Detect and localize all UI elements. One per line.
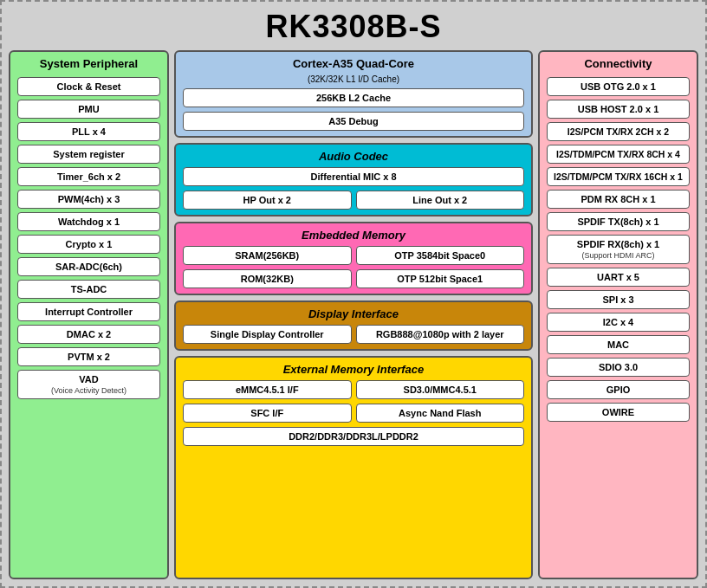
right-panel-title: Connectivity xyxy=(584,57,652,70)
cpu-subtitle: (32K/32K L1 I/D Cache) xyxy=(308,74,399,84)
ext-sd: SD3.0/MMC4.5.1 xyxy=(356,380,525,399)
memory-section: Embedded Memory SRAM(256KB) OTP 3584bit … xyxy=(174,222,533,295)
page-title: RK3308B-S xyxy=(265,9,441,45)
conn-i2s-8ch: I2S/TDM/PCM TX/RX 8CH x 4 xyxy=(547,145,690,164)
conn-mac: MAC xyxy=(547,335,690,354)
item-dmac: DMAC x 2 xyxy=(17,325,160,344)
conn-sdio: SDIO 3.0 xyxy=(547,358,690,377)
cpu-title: Cortex-A35 Quad-Core xyxy=(293,57,414,70)
conn-i2s-2ch: I2S/PCM TX/RX 2CH x 2 xyxy=(547,122,690,141)
ext-memory-title: External Memory Interface xyxy=(283,363,425,376)
item-crypto: Crypto x 1 xyxy=(17,235,160,254)
display-row: Single Display Controller RGB888@1080p w… xyxy=(183,325,524,344)
conn-i2c: I2C x 4 xyxy=(547,313,690,332)
conn-usb-otg: USB OTG 2.0 x 1 xyxy=(547,77,690,96)
conn-spi: SPI x 3 xyxy=(547,290,690,309)
item-watchdog: Watchdog x 1 xyxy=(17,212,160,231)
item-sar-adc: SAR-ADC(6ch) xyxy=(17,257,160,276)
conn-spdif-rx: SPDIF RX(8ch) x 1 (Support HDMI ARC) xyxy=(547,235,690,264)
main-container: RK3308B-S System Peripheral Clock & Rese… xyxy=(0,0,707,588)
content-row: System Peripheral Clock & Reset PMU PLL … xyxy=(9,50,698,579)
memory-row1: SRAM(256KB) OTP 3584bit Space0 xyxy=(183,246,524,265)
ext-memory-row1: eMMC4.5.1 I/F SD3.0/MMC4.5.1 xyxy=(183,380,524,399)
conn-owire: OWIRE xyxy=(547,403,690,422)
left-panel: System Peripheral Clock & Reset PMU PLL … xyxy=(9,50,169,579)
item-interrupt: Interrupt Controller xyxy=(17,302,160,321)
audio-line: Line Out x 2 xyxy=(356,191,525,210)
memory-sram: SRAM(256KB) xyxy=(183,246,352,265)
audio-out-row: HP Out x 2 Line Out x 2 xyxy=(183,191,524,210)
memory-rom: ROM(32KB) xyxy=(183,269,352,288)
conn-pdm: PDM RX 8CH x 1 xyxy=(547,190,690,209)
memory-otp2: OTP 512bit Space1 xyxy=(356,269,525,288)
item-pmu: PMU xyxy=(17,100,160,119)
audio-section: Audio Codec Differential MIC x 8 HP Out … xyxy=(174,143,533,216)
item-pwm: PWM(4ch) x 3 xyxy=(17,190,160,209)
audio-mic: Differential MIC x 8 xyxy=(183,167,524,186)
ext-sfc: SFC I/F xyxy=(183,404,352,423)
conn-usb-host: USB HOST 2.0 x 1 xyxy=(547,100,690,119)
center-panel: Cortex-A35 Quad-Core (32K/32K L1 I/D Cac… xyxy=(174,50,533,579)
ext-nand: Async Nand Flash xyxy=(356,404,525,423)
conn-uart: UART x 5 xyxy=(547,268,690,287)
right-panel: Connectivity USB OTG 2.0 x 1 USB HOST 2.… xyxy=(538,50,698,579)
item-clock-reset: Clock & Reset xyxy=(17,77,160,96)
memory-title: Embedded Memory xyxy=(302,229,405,242)
item-vad: VAD (Voice Activity Detect) xyxy=(17,370,160,399)
audio-hp: HP Out x 2 xyxy=(183,191,352,210)
item-pll: PLL x 4 xyxy=(17,122,160,141)
display-rgb: RGB888@1080p with 2 layer xyxy=(356,325,525,344)
memory-row2: ROM(32KB) OTP 512bit Space1 xyxy=(183,269,524,288)
ext-memory-row2: SFC I/F Async Nand Flash xyxy=(183,404,524,423)
memory-otp1: OTP 3584bit Space0 xyxy=(356,246,525,265)
ext-ddr: DDR2/DDR3/DDR3L/LPDDR2 xyxy=(183,427,524,446)
display-title: Display Interface xyxy=(308,307,399,320)
display-controller: Single Display Controller xyxy=(183,325,352,344)
conn-spdif-tx: SPDIF TX(8ch) x 1 xyxy=(547,212,690,231)
item-pvtm: PVTM x 2 xyxy=(17,347,160,366)
cpu-cache: 256KB L2 Cache xyxy=(183,88,524,107)
ext-emmc: eMMC4.5.1 I/F xyxy=(183,380,352,399)
left-panel-title: System Peripheral xyxy=(40,57,138,70)
conn-gpio: GPIO xyxy=(547,380,690,399)
conn-i2s-16ch: I2S/TDM/PCM TX/RX 16CH x 1 xyxy=(547,167,690,186)
cpu-section: Cortex-A35 Quad-Core (32K/32K L1 I/D Cac… xyxy=(174,50,533,138)
item-sysreg: System register xyxy=(17,145,160,164)
cpu-debug: A35 Debug xyxy=(183,112,524,131)
item-timer: Timer_6ch x 2 xyxy=(17,167,160,186)
ext-memory-section: External Memory Interface eMMC4.5.1 I/F … xyxy=(174,356,533,579)
item-ts-adc: TS-ADC xyxy=(17,280,160,299)
audio-title: Audio Codec xyxy=(319,150,388,163)
display-section: Display Interface Single Display Control… xyxy=(174,300,533,351)
